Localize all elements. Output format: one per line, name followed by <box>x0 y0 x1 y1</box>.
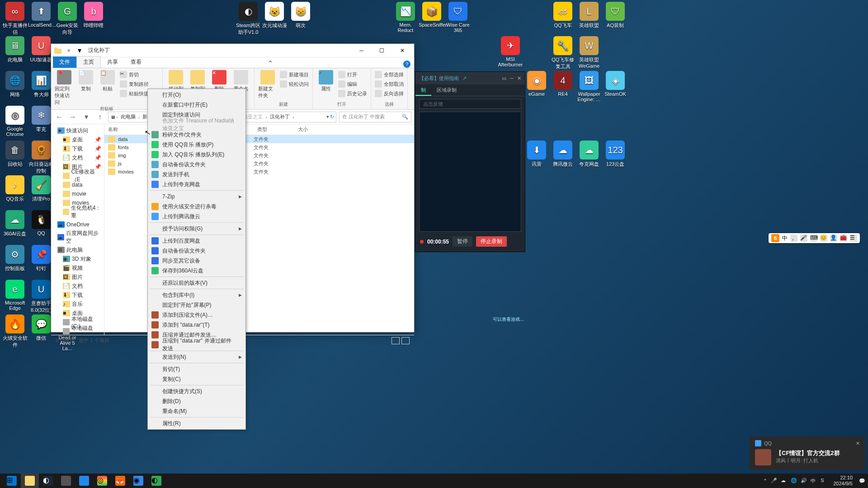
context-menu-item[interactable]: 添加到压缩文件(A)… <box>149 310 245 320</box>
context-menu-item[interactable]: 7-Zip▶ <box>149 192 245 202</box>
titlebar[interactable]: ▫ ▾ 汉化补丁 ─ ☐ ✕ <box>51 44 414 57</box>
context-menu-item[interactable]: 发送到(N)▶ <box>149 352 245 362</box>
tb-app[interactable] <box>57 474 75 488</box>
context-menu-item[interactable]: 还原以前的版本(V) <box>149 278 245 288</box>
context-menu-item[interactable]: 上传到腾讯微云 <box>149 211 245 221</box>
notif-close[interactable]: ✕ <box>856 441 860 446</box>
feedback-input[interactable]: 点击反馈 <box>419 99 521 109</box>
open-button[interactable]: 打开 <box>338 70 367 79</box>
view-details-icon[interactable] <box>392 337 400 344</box>
context-menu-item[interactable]: 授予访问权限(G)▶ <box>149 224 245 234</box>
di[interactable]: 😸萌次 <box>288 2 314 29</box>
properties-button[interactable]: ✓属性 <box>316 70 335 92</box>
recent-dropdown[interactable]: ▾ <box>81 112 92 122</box>
di[interactable]: ⬆LocalSend… <box>28 2 54 28</box>
help-button[interactable]: ? <box>403 61 410 68</box>
forward-button[interactable]: → <box>67 112 78 122</box>
context-menu-item[interactable]: 同步至其它设备 <box>149 256 245 266</box>
tab-home[interactable]: 主页 <box>76 56 101 68</box>
minimize-button[interactable]: ─ <box>351 44 372 57</box>
context-menu-item[interactable]: 压缩到 "data.rar" 并通过邮件发送 <box>149 340 245 350</box>
tray-icon[interactable]: S <box>821 478 827 484</box>
di[interactable]: 📉Mem. Reduct <box>392 2 419 33</box>
di[interactable]: ⚙控制面板 <box>2 245 28 272</box>
rec-tab-record[interactable]: 制 <box>415 84 431 96</box>
external-icon[interactable]: ↗ <box>462 75 467 81</box>
context-menu-item[interactable]: 自动备份该文件夹 <box>149 160 245 169</box>
close-button[interactable]: ✕ <box>392 44 412 57</box>
di[interactable]: eMicrosoft Edge <box>2 280 28 311</box>
ime-icon[interactable]: ☰ <box>850 235 857 242</box>
tb-firefox[interactable]: 🦊 <box>111 474 129 488</box>
ime-toolbar[interactable]: S 中 ， 🎤 ⌨ 😊 👤 🧰 ☰ <box>769 233 860 243</box>
tray-icon[interactable]: 🌐 <box>791 478 797 484</box>
di[interactable]: 🖥此电脑 <box>2 36 28 63</box>
context-menu-item[interactable]: 重命名(M) <box>149 406 245 416</box>
context-menu-item[interactable]: 粉碎文件/文件夹 <box>149 130 245 140</box>
tb-chrome[interactable]: ◎ <box>93 474 111 488</box>
refresh-button[interactable]: ↻ <box>330 114 334 120</box>
context-menu-item[interactable]: 删除(D) <box>149 396 245 406</box>
context-menu-item[interactable]: 固定到"开始"屏幕(P) <box>149 300 245 310</box>
di[interactable]: 🏎QQ飞车 <box>550 2 576 29</box>
di[interactable]: b哔哩哔哩 <box>80 2 107 29</box>
context-menu-item[interactable]: 使用 QQ音乐 播放(P) <box>149 140 245 150</box>
view-tiles-icon[interactable] <box>401 337 410 344</box>
paste-button[interactable]: 📋粘贴 <box>98 70 117 92</box>
context-menu-item[interactable]: 保存到360AI云盘 <box>149 266 245 276</box>
rec-close[interactable]: ✕ <box>517 75 521 81</box>
tray-up-icon[interactable]: ⌃ <box>763 478 767 484</box>
stop-button[interactable]: 停止录制 <box>476 236 507 247</box>
di[interactable]: 123123云盘 <box>602 141 628 168</box>
cut-button[interactable]: ✂剪切 <box>120 70 159 79</box>
context-menu-item[interactable]: 打开(O) <box>149 90 245 100</box>
tray-volume-icon[interactable]: 🔊 <box>801 478 807 484</box>
context-menu-item[interactable]: 上传到夸克网盘 <box>149 179 245 189</box>
context-menu-item[interactable]: 创建快捷方式(S) <box>149 386 245 396</box>
context-menu-item[interactable]: 剪切(T) <box>149 364 245 374</box>
tray-icon[interactable]: ☁ <box>781 478 787 484</box>
recorder-title[interactable]: 【必看】使用指南 ↗ ▭ ─ ✕ <box>415 72 525 84</box>
ime-icon[interactable]: 👤 <box>830 235 837 242</box>
di[interactable]: ◎Google Chrome <box>2 106 28 137</box>
context-menu-item[interactable]: 使用火绒安全进行杀毒 <box>149 202 245 211</box>
di[interactable]: ☁360AI云盘 <box>2 210 28 237</box>
di[interactable]: 🖼Wallpaper Engine: … <box>576 71 602 102</box>
select-all-button[interactable]: 全部选择 <box>375 70 404 79</box>
up-button[interactable]: ↑ <box>94 112 105 122</box>
context-menu-item[interactable]: 上传到百度网盘 <box>149 236 245 246</box>
select-none-button[interactable]: 全部取消 <box>375 80 404 89</box>
maximize-button[interactable]: ☐ <box>372 44 392 57</box>
tray-icon[interactable]: 🎤 <box>771 478 777 484</box>
qa-icon[interactable]: ▫ <box>64 46 74 56</box>
ime-icon[interactable]: 🧰 <box>840 235 847 242</box>
sogou-icon[interactable]: S <box>771 234 779 242</box>
di[interactable]: W英雄联盟WeGame <box>576 36 602 69</box>
di[interactable]: 🛡Wise Care 365 <box>445 2 471 33</box>
ime-icon[interactable]: ， <box>790 235 797 242</box>
context-menu-item[interactable]: 包含到库中(I)▶ <box>149 290 245 300</box>
edit-button[interactable]: 编辑 <box>338 80 367 89</box>
di[interactable]: 😺次元城动漫 <box>261 2 288 29</box>
notification-icon[interactable]: 💬 <box>859 478 865 484</box>
di[interactable]: GGeek安装向导 <box>54 2 80 36</box>
di[interactable]: 🛡AQ装制 <box>602 2 628 29</box>
easy-access-button[interactable]: 轻松访问 <box>280 80 309 89</box>
new-item-button[interactable]: 新建项目 <box>280 70 309 79</box>
rec-tab-region[interactable]: 区域录制 <box>431 84 462 96</box>
pause-button[interactable]: 暂停 <box>453 236 472 247</box>
di[interactable]: ☁夸克网盘 <box>576 141 602 168</box>
rec-setting-icon[interactable]: ▭ <box>502 75 506 81</box>
ime-icon[interactable]: ⌨ <box>810 235 817 242</box>
di[interactable]: 🔧QQ飞车修复工具 <box>550 36 576 70</box>
tray-ime-icon[interactable]: 中 <box>811 478 817 484</box>
tab-share[interactable]: 共享 <box>101 56 124 68</box>
start-button[interactable]: ⊞ <box>3 474 21 488</box>
context-menu-item[interactable]: 加入 QQ音乐 播放队列(E) <box>149 150 245 160</box>
tab-view[interactable]: 查看 <box>124 56 148 68</box>
di[interactable]: L英雄联盟 <box>576 2 602 29</box>
di[interactable]: 🗑回收站 <box>2 141 28 168</box>
tb-explorer[interactable] <box>21 474 39 488</box>
pin-quick-button[interactable]: 📌固定到快速访问 <box>55 70 74 106</box>
di[interactable]: 📦SpaceSniffer <box>419 2 445 28</box>
